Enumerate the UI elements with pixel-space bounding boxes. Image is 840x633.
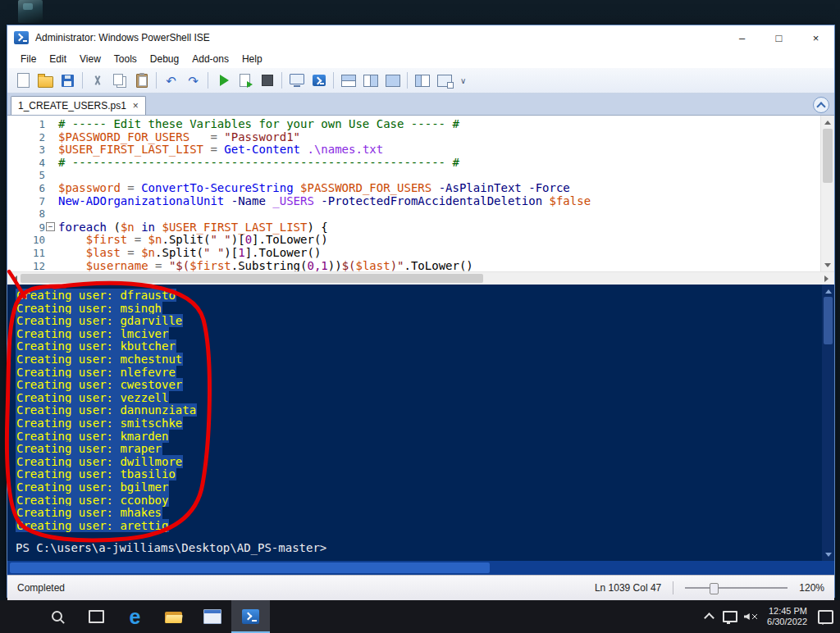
search-icon: [51, 610, 65, 624]
layout-script-max-button[interactable]: [381, 70, 404, 91]
menu-item-tools[interactable]: Tools: [107, 53, 144, 65]
layout-script-max-icon: [386, 75, 400, 87]
zoom-slider[interactable]: [685, 581, 788, 594]
layout-script-top-button[interactable]: [337, 70, 359, 91]
scrollbar-thumb[interactable]: [823, 129, 833, 183]
scroll-down-arrow-icon[interactable]: [822, 549, 834, 561]
console-output-line: Creating user: mchestnut: [16, 353, 834, 366]
menu-item-view[interactable]: View: [73, 53, 107, 65]
toolbar-separator: [281, 72, 282, 89]
stop-operation-icon: [262, 75, 273, 86]
console-output-line: Creating user: nlefevre: [16, 366, 834, 379]
line-number: 5: [7, 169, 58, 181]
maximize-button[interactable]: □: [760, 25, 797, 50]
cut-button[interactable]: [86, 70, 108, 91]
script-editor-pane: 1# ----- Edit these Variables for your o…: [7, 116, 834, 271]
taskbar-file-explorer-button[interactable]: [154, 600, 193, 633]
console-output-line: Creating user: cwestover: [16, 378, 834, 391]
line-number: 3: [7, 143, 58, 156]
console-output-line: Creating user: cconboy: [16, 494, 834, 507]
undo-button[interactable]: ↶: [160, 70, 182, 91]
collapse-script-pane-button[interactable]: [813, 97, 829, 113]
console-horizontal-scrollbar[interactable]: [7, 561, 834, 575]
console-prompt[interactable]: PS C:\users\a-jwilliams\Desktop\AD_PS-ma…: [16, 541, 834, 554]
taskbar-task-view-button[interactable]: [77, 600, 116, 633]
run-selection-button[interactable]: [234, 70, 256, 91]
menu-item-file[interactable]: File: [14, 53, 43, 65]
cursor-position: Ln 1039 Col 47: [595, 582, 661, 594]
script-tab[interactable]: 1_CREATE_USERS.ps1 ×: [11, 96, 146, 115]
taskbar-edge-button[interactable]: e: [116, 600, 154, 633]
open-script-button[interactable]: [34, 70, 57, 91]
line-number: 6: [7, 182, 58, 194]
editor-horizontal-scrollbar[interactable]: [7, 271, 834, 285]
taskbar-powershell-ise-button[interactable]: [231, 600, 270, 633]
taskbar-search-button[interactable]: [39, 600, 77, 633]
console-pane[interactable]: Creating user: dfraustoCreating user: ms…: [7, 285, 834, 561]
new-script-button[interactable]: [12, 70, 34, 91]
tray-display-button[interactable]: [719, 600, 740, 633]
code-line: 1# ----- Edit these Variables for your o…: [7, 117, 821, 130]
scrollbar-thumb[interactable]: [10, 562, 490, 573]
tray-volume-button[interactable]: [740, 600, 760, 633]
new-remote-powershell-tab-button[interactable]: [285, 70, 308, 91]
menu-item-edit[interactable]: Edit: [43, 53, 73, 65]
layout-script-right-button[interactable]: [359, 70, 381, 91]
toolbar-overflow-icon[interactable]: ∨: [460, 76, 466, 85]
save-button[interactable]: [57, 70, 79, 91]
scroll-left-arrow-icon[interactable]: [10, 276, 17, 282]
save-icon: [62, 75, 74, 87]
minimize-button[interactable]: –: [724, 25, 760, 50]
zoom-slider-thumb[interactable]: [710, 583, 719, 594]
desktop-icon-partial[interactable]: [18, 0, 43, 23]
scroll-up-arrow-icon[interactable]: [822, 285, 834, 297]
show-command-window-icon: [415, 75, 430, 87]
scroll-down-arrow-icon[interactable]: [821, 259, 834, 271]
console-output-line: Creating user: dwillmore: [16, 455, 834, 468]
clock-time: 12:45 PM: [767, 606, 807, 617]
taskbar: e 12:45 PM 6/30/2022: [0, 600, 840, 633]
task-view-icon: [89, 610, 104, 623]
open-new-window-button[interactable]: [433, 70, 455, 91]
show-command-window-button[interactable]: [411, 70, 433, 91]
menu-item-addons[interactable]: Add-ons: [185, 53, 235, 65]
console-output-line: Creating user: msingh: [16, 302, 834, 315]
toolbar-separator: [156, 72, 157, 89]
start-powershell-button[interactable]: [308, 70, 330, 91]
paste-button[interactable]: [130, 70, 153, 91]
undo-icon: ↶: [166, 75, 176, 87]
console-output-line: Creating user: kmarden: [16, 430, 834, 443]
toolbar: ↶↷∨: [7, 68, 834, 93]
scrollbar-thumb[interactable]: [21, 274, 483, 283]
line-number: 11: [7, 247, 58, 259]
stop-operation-button[interactable]: [256, 70, 278, 91]
code-line: 12 $username = "$($first.Substring(0,1))…: [7, 259, 821, 271]
taskbar-clock[interactable]: 12:45 PM 6/30/2022: [760, 606, 814, 627]
line-number: 4: [7, 157, 58, 169]
editor-vertical-scrollbar[interactable]: [820, 116, 834, 271]
action-center-button[interactable]: [814, 600, 837, 633]
close-button[interactable]: ×: [797, 25, 834, 50]
tray-hidden-icons-chevron-button[interactable]: [699, 600, 719, 633]
start-icon: [12, 610, 26, 624]
code-area[interactable]: 1# ----- Edit these Variables for your o…: [7, 116, 821, 271]
run-script-button[interactable]: [212, 70, 234, 91]
menu-item-help[interactable]: Help: [235, 53, 269, 65]
action-center-icon: [818, 610, 833, 624]
cut-icon: [92, 75, 103, 86]
menu-item-debug[interactable]: Debug: [144, 53, 185, 65]
code-line: 3$USER_FIRST_LAST_LIST = Get-Content .\n…: [7, 143, 821, 156]
console-vertical-scrollbar[interactable]: [822, 285, 834, 561]
scroll-right-arrow-icon[interactable]: [824, 276, 832, 282]
tab-close-icon[interactable]: ×: [133, 100, 139, 112]
zoom-level: 120%: [799, 582, 824, 594]
scrollbar-thumb[interactable]: [824, 297, 833, 344]
copy-icon: [113, 74, 123, 85]
console-output: Creating user: dfraustoCreating user: ms…: [7, 285, 834, 531]
open-new-window-icon: [437, 75, 452, 87]
redo-button[interactable]: ↷: [182, 70, 204, 91]
taskbar-start-button[interactable]: [0, 600, 39, 633]
copy-button[interactable]: [108, 70, 130, 91]
taskbar-app-window-button[interactable]: [193, 600, 231, 633]
scroll-up-arrow-icon[interactable]: [821, 116, 834, 128]
